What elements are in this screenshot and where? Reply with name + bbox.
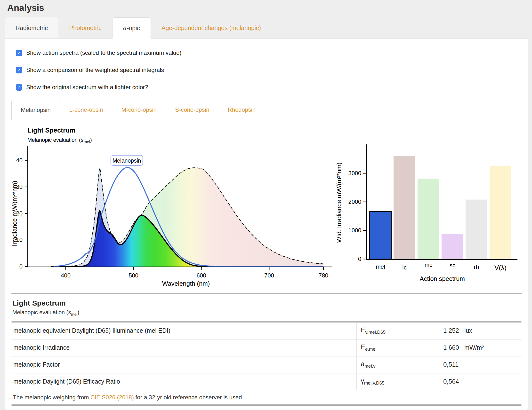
checkbox-row-1[interactable]: ✓Show action spectra (scaled to the spec… bbox=[16, 48, 522, 57]
bar-sc bbox=[442, 234, 463, 259]
table-row-2: melanopic IrradianceEe,mel1 660mW/m² bbox=[11, 339, 522, 356]
bar-rh bbox=[466, 200, 487, 259]
checkbox-3[interactable]: ✓ bbox=[16, 84, 22, 91]
checkbox-1[interactable]: ✓ bbox=[16, 50, 22, 56]
analysis-page: Analysis RadiometricPhotometricα-opicAge… bbox=[0, 3, 532, 410]
charts-row: Melanopsin010203040400500600700780Wavele… bbox=[11, 121, 522, 288]
checkbox-label: Show a comparison of the weighted spectr… bbox=[26, 67, 164, 74]
svg-text:2000: 2000 bbox=[348, 198, 361, 205]
bar-label-sc: sc bbox=[450, 262, 455, 269]
quantity-label: melanopic Daylight (D65) Efficacy Ratio bbox=[11, 373, 356, 390]
table-row-4: melanopic Daylight (D65) Efficacy Ratioγ… bbox=[11, 373, 522, 390]
svg-text:780: 780 bbox=[319, 272, 328, 279]
svg-text:0: 0 bbox=[358, 256, 361, 262]
quantity-value: 1 252lux bbox=[443, 323, 522, 339]
quantity-value: 1 660mW/m² bbox=[443, 339, 522, 356]
svg-text:700: 700 bbox=[264, 272, 274, 279]
tab-photometric[interactable]: Photometric bbox=[58, 18, 112, 38]
svg-text:0: 0 bbox=[19, 263, 23, 270]
checkbox-2[interactable]: ✓ bbox=[16, 67, 22, 74]
table-row-3: melanopic Factoramel,v0,511 bbox=[11, 356, 522, 373]
page-title: Analysis bbox=[7, 3, 532, 13]
bar-v-lambda bbox=[490, 166, 511, 259]
quantity-symbol: Ee,mel bbox=[356, 339, 443, 356]
original-spectrum-area bbox=[51, 168, 323, 267]
quantity-symbol: Ev,mel,D65 bbox=[356, 323, 443, 339]
quantity-unit: lux bbox=[464, 327, 472, 334]
bar-mel bbox=[370, 212, 391, 259]
opsin-tab-s-cone-opsin[interactable]: S-cone-opsin bbox=[166, 100, 218, 120]
opsin-tab-m-cone-opsin[interactable]: M-cone-opsin bbox=[112, 100, 166, 120]
checkbox-row-3[interactable]: ✓Show the original spectrum with a light… bbox=[16, 83, 522, 92]
check-icon: ✓ bbox=[17, 67, 21, 73]
opsin-tab-bar: MelanopsinL-cone-opsinM-cone-opsinS-cone… bbox=[11, 100, 522, 120]
opsin-tab-l-cone-opsin[interactable]: L-cone-opsin bbox=[60, 100, 112, 120]
section-divider-top bbox=[11, 293, 522, 294]
footnote: The melanopic weighing from CIE S026 (20… bbox=[11, 390, 522, 404]
bar-label-rh: rh bbox=[474, 264, 479, 270]
checkbox-label: Show action spectra (scaled to the spect… bbox=[26, 49, 181, 56]
quantity-value: 0,564 bbox=[443, 373, 522, 390]
svg-text:500: 500 bbox=[129, 272, 138, 279]
bar-label-lc: lc bbox=[402, 264, 406, 271]
weighted-integrals-bar-chart: 0100020003000mellcmcscrhV(λ)Action spect… bbox=[334, 121, 521, 288]
checkbox-row-2[interactable]: ✓Show a comparison of the weighted spect… bbox=[16, 65, 522, 75]
chart-title: Light Spectrum bbox=[27, 127, 76, 134]
quantity-label: melanopic Irradiance bbox=[11, 339, 356, 356]
quantity-unit: mW/m² bbox=[464, 344, 484, 351]
results-title: Light Spectrum bbox=[12, 299, 522, 307]
content-card: ✓Show action spectra (scaled to the spec… bbox=[5, 38, 528, 410]
svg-text:3000: 3000 bbox=[348, 170, 361, 177]
checkbox-label: Show the original spectrum with a lighte… bbox=[26, 84, 148, 91]
melanopsin-annotation-label: Melanopsin bbox=[113, 158, 141, 164]
quantity-value: 0,511 bbox=[443, 356, 522, 373]
cie-s026-link[interactable]: CIE S026 (2018) bbox=[90, 394, 134, 401]
bar-mc bbox=[418, 179, 439, 259]
svg-text:40: 40 bbox=[16, 157, 23, 164]
y-axis-label: Irradiance mW/(m²*nm) bbox=[11, 181, 18, 246]
svg-text:400: 400 bbox=[61, 272, 71, 279]
chart-subtitle: Melanopic evaluation (smel) bbox=[27, 137, 92, 144]
opsin-tab-rhodopsin[interactable]: Rhodopsin bbox=[218, 100, 265, 120]
quantity-label: melanopic equivalent Daylight (D65) Illu… bbox=[11, 323, 356, 339]
opsin-tab-melanopsin[interactable]: Melanopsin bbox=[11, 100, 60, 120]
tab-radiometric[interactable]: Radiometric bbox=[5, 18, 58, 38]
svg-text:600: 600 bbox=[196, 272, 206, 279]
spectrum-chart: Melanopsin010203040400500600700780Wavele… bbox=[11, 121, 334, 288]
bar-label-mc: mc bbox=[425, 261, 432, 268]
quantity-symbol: amel,v bbox=[356, 356, 443, 373]
x-axis-label: Wavelength (nm) bbox=[162, 280, 210, 287]
bar-label-v-lambda: V(λ) bbox=[494, 264, 506, 271]
quantity-label: melanopic Factor bbox=[11, 356, 356, 373]
quantity-symbol: γmel,v,D65 bbox=[356, 373, 443, 390]
main-tab-bar: RadiometricPhotometricα-opicAge-dependen… bbox=[5, 18, 528, 38]
results-section: Light Spectrum Melanopic evaluation (sme… bbox=[11, 293, 522, 406]
bar-label-mel: mel bbox=[376, 263, 385, 270]
check-icon: ✓ bbox=[17, 50, 21, 56]
results-subtitle: Melanopic evaluation (smel) bbox=[12, 309, 522, 317]
svg-text:1000: 1000 bbox=[348, 227, 361, 233]
section-divider-bottom bbox=[11, 404, 522, 406]
x-axis-label: Action spectrum bbox=[420, 275, 465, 282]
tab-alpha-opic[interactable]: α-opic bbox=[112, 18, 151, 38]
results-table: melanopic equivalent Daylight (D65) Illu… bbox=[11, 323, 522, 390]
check-icon: ✓ bbox=[17, 84, 21, 90]
bar-lc bbox=[394, 156, 415, 259]
options-group: ✓Show action spectra (scaled to the spec… bbox=[11, 38, 522, 92]
tab-age-dependent-changes-melanopic[interactable]: Age-dependent changes (melanopic) bbox=[151, 18, 272, 38]
y-axis-label: Wtd. Irradiance mW/(m²*nm) bbox=[335, 163, 343, 243]
table-row-1: melanopic equivalent Daylight (D65) Illu… bbox=[11, 323, 522, 339]
